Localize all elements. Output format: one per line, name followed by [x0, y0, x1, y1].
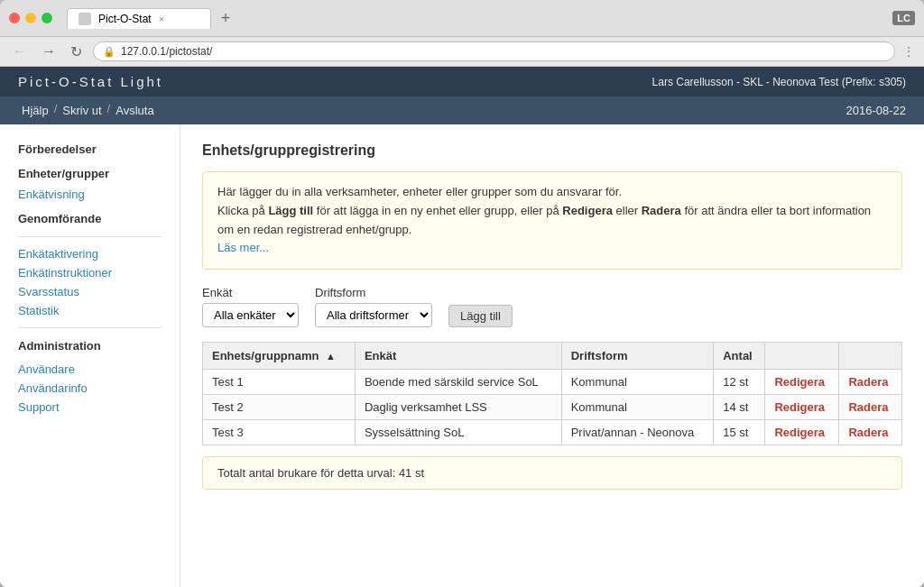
info-paragraph-2: Klicka på Lägg till för att lägga in en …: [217, 202, 887, 240]
tab-favicon: [79, 13, 91, 25]
col-header-name[interactable]: Enhets/gruppnamn ▲: [203, 343, 356, 370]
app-nav: Hjälp / Skriv ut / Avsluta 2016-08-22: [0, 96, 924, 124]
filter-select-driftsform[interactable]: Alla driftsformer: [315, 303, 432, 327]
browser-avatar: LC: [892, 11, 915, 25]
sidebar-section-forberedelser: Förberedelser: [0, 139, 180, 160]
page-title: Enhets/gruppregistrering: [202, 142, 902, 159]
cell-delete-2: Radera: [839, 395, 902, 420]
sidebar-section-admin-items: Användare Användarinfo Support: [0, 360, 180, 417]
col-header-edit: [765, 343, 839, 370]
table-row: Test 3 Sysselsättning SoL Privat/annan -…: [203, 420, 902, 445]
sidebar-heading-administration[interactable]: Administration: [0, 335, 180, 356]
app-nav-links: Hjälp / Skriv ut / Avsluta: [18, 102, 158, 119]
browser-tab[interactable]: Pict-O-Stat ×: [67, 8, 211, 29]
reload-button[interactable]: ↻: [67, 43, 86, 60]
info-box: Här lägger du in alla verksamheter, enhe…: [202, 171, 902, 270]
total-box: Totalt antal brukare för detta urval: 41…: [202, 456, 902, 490]
new-tab-button[interactable]: +: [215, 7, 236, 29]
col-header-enkat: Enkät: [355, 343, 561, 370]
sidebar-item-enkataktivering[interactable]: Enkätaktivering: [0, 244, 180, 263]
traffic-lights: [9, 13, 52, 23]
app-date: 2016-08-22: [846, 104, 907, 117]
cell-name-2: Test 2: [203, 395, 356, 420]
table-row: Test 1 Boende med särskild service SoL K…: [203, 370, 902, 395]
info-bold-radera: Radera: [642, 204, 681, 217]
cell-delete-3: Radera: [839, 420, 902, 445]
col-header-delete: [839, 343, 902, 370]
address-bar: ← → ↻ 🔒 127.0.0.1/pictostat/ ⋮: [0, 37, 924, 67]
cell-driftsform-1: Kommunal: [561, 370, 714, 395]
info-bold-redigera: Redigera: [562, 204, 613, 217]
info-bold-lagg-till: Lägg till: [268, 204, 313, 217]
sidebar-heading-enheter[interactable]: Enheter/grupper: [0, 163, 180, 184]
main-content: Enhets/gruppregistrering Här lägger du i…: [180, 124, 924, 587]
cell-antal-1: 12 st: [714, 370, 765, 395]
maximize-button[interactable]: [42, 13, 52, 23]
close-button[interactable]: [9, 13, 20, 23]
tab-close-button[interactable]: ×: [159, 14, 164, 24]
filter-col-enkat: Enkät Alla enkäter: [202, 286, 299, 327]
edit-link-3[interactable]: Redigera: [774, 426, 825, 439]
cell-edit-3: Redigera: [765, 420, 839, 445]
browser-window: Pict-O-Stat × + LC ← → ↻ 🔒 127.0.0.1/pic…: [0, 0, 924, 587]
cell-driftsform-3: Privat/annan - Neonova: [561, 420, 714, 445]
nav-logout[interactable]: Avsluta: [112, 102, 157, 119]
sidebar-item-anvandare[interactable]: Användare: [0, 360, 180, 379]
filter-select-enkat[interactable]: Alla enkäter: [202, 303, 299, 327]
add-button[interactable]: Lägg till: [448, 305, 513, 327]
sidebar-heading-forberedelser[interactable]: Förberedelser: [0, 139, 180, 160]
cell-enkat-3: Sysselsättning SoL: [355, 420, 561, 445]
cell-driftsform-2: Kommunal: [561, 395, 714, 420]
cell-edit-2: Redigera: [765, 395, 839, 420]
minimize-button[interactable]: [25, 13, 36, 23]
app-header: Pict-O-Stat Light Lars Carellusson - SKL…: [0, 67, 924, 96]
tab-title: Pict-O-Stat: [98, 13, 152, 25]
url-bar[interactable]: 🔒 127.0.0.1/pictostat/: [93, 41, 895, 61]
app-user: Lars Carellusson - SKL - Neonova Test (P…: [652, 76, 906, 88]
cell-enkat-1: Boende med särskild service SoL: [355, 370, 561, 395]
app-logo: Pict-O-Stat Light: [18, 74, 163, 89]
sidebar-heading-enkatvisning[interactable]: Enkätvisning: [0, 184, 180, 205]
tab-bar: Pict-O-Stat × +: [67, 7, 885, 29]
sidebar-section-genomforande: Genomförande: [0, 208, 180, 229]
data-table: Enhets/gruppnamn ▲ Enkät Driftsform Anta…: [202, 342, 902, 445]
col-header-antal: Antal: [714, 343, 765, 370]
delete-link-2[interactable]: Radera: [848, 400, 888, 414]
sidebar-item-anvandarinfo[interactable]: Användarinfo: [0, 379, 180, 398]
sidebar-divider-1: [18, 236, 162, 237]
total-text: Totalt antal brukare för detta urval: 41…: [217, 466, 424, 480]
info-read-more-link[interactable]: Läs mer...: [217, 239, 887, 258]
url-text: 127.0.0.1/pictostat/: [121, 45, 212, 58]
sidebar-section-items: Enkätaktivering Enkätinstruktioner Svars…: [0, 244, 180, 320]
edit-link-2[interactable]: Redigera: [774, 400, 825, 414]
back-button[interactable]: ←: [9, 43, 31, 60]
sidebar-item-support[interactable]: Support: [0, 398, 180, 417]
sidebar-heading-genomforande[interactable]: Genomförande: [0, 208, 180, 229]
cell-antal-2: 14 st: [714, 395, 765, 420]
sidebar-item-enkatinstruktioner[interactable]: Enkätinstruktioner: [0, 263, 180, 282]
filter-col-driftsform: Driftsform Alla driftsformer: [315, 286, 432, 327]
nav-print[interactable]: Skriv ut: [59, 102, 105, 119]
delete-link-3[interactable]: Radera: [848, 426, 888, 439]
sidebar-item-statistik[interactable]: Statistik: [0, 301, 180, 320]
table-row: Test 2 Daglig verksamhet LSS Kommunal 14…: [203, 395, 902, 420]
sidebar-item-svarsstatus[interactable]: Svarsstatus: [0, 282, 180, 301]
sort-arrow-icon: ▲: [326, 351, 336, 362]
bookmark-icon[interactable]: ⋮: [902, 44, 915, 59]
info-paragraph-1: Här lägger du in alla verksamheter, enhe…: [217, 183, 887, 202]
cell-name-3: Test 3: [203, 420, 356, 445]
sidebar: Förberedelser Enheter/grupper Enkätvisni…: [0, 124, 180, 587]
forward-button[interactable]: →: [38, 43, 60, 60]
nav-help[interactable]: Hjälp: [18, 102, 52, 119]
delete-link-1[interactable]: Radera: [848, 375, 888, 389]
edit-link-1[interactable]: Redigera: [774, 375, 825, 389]
browser-titlebar: Pict-O-Stat × + LC: [0, 0, 924, 37]
app-body: Förberedelser Enheter/grupper Enkätvisni…: [0, 124, 924, 587]
lock-icon: 🔒: [103, 46, 116, 58]
filter-label-driftsform: Driftsform: [315, 286, 432, 299]
cell-name-1: Test 1: [203, 370, 356, 395]
sidebar-section-enheter: Enheter/grupper Enkätvisning: [0, 163, 180, 205]
sidebar-section-administration: Administration: [0, 335, 180, 356]
cell-enkat-2: Daglig verksamhet LSS: [355, 395, 561, 420]
cell-delete-1: Radera: [839, 370, 902, 395]
